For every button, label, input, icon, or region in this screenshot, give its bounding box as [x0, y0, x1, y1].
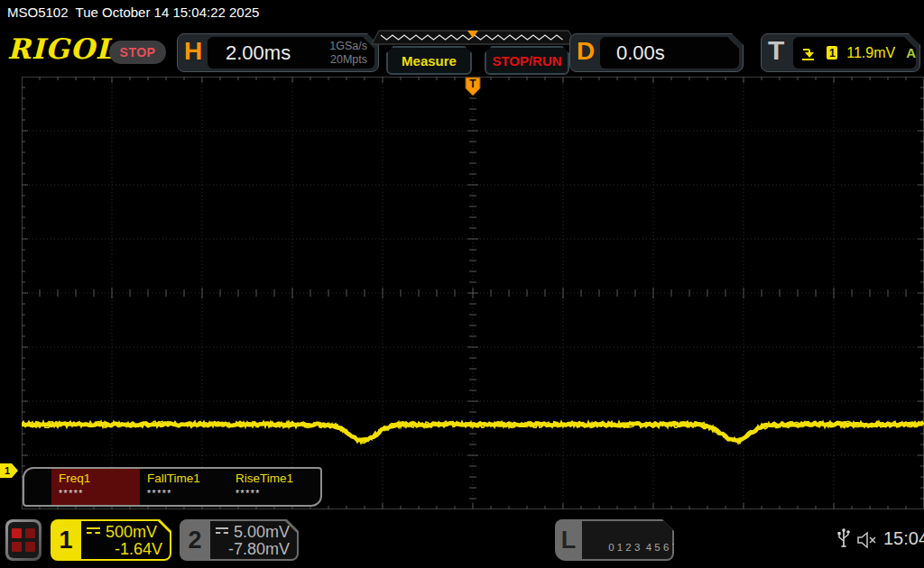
oscilloscope-screen: MSO5102 Tue October 14 15:04:22 2025 RIG… [0, 0, 924, 568]
horizontal-settings-block[interactable]: H 2.00ms 1GSa/s 20Mpts [177, 33, 379, 72]
trigger-settings-block[interactable]: T 1 11.9mV A [761, 33, 920, 72]
channel1-status-block[interactable]: 1 500mV -1.64V [51, 519, 171, 561]
measurement-value: ***** [147, 488, 228, 499]
dc-coupling-icon [216, 527, 228, 537]
measure-button[interactable]: Measure [386, 46, 472, 75]
status-clock: 15:04 [883, 528, 924, 549]
trigger-marker-letter: T [469, 78, 476, 90]
measurement-freq1[interactable]: Freq1 ***** [51, 469, 140, 505]
scope-graticule: T [22, 77, 924, 509]
channel-menu-button[interactable] [5, 519, 42, 561]
trigger-level-value: 11.9mV [846, 45, 895, 61]
measurement-risetime1[interactable]: RiseTime1 ***** [228, 469, 317, 505]
memory-position-bar [370, 30, 578, 46]
memory-depth: 20Mpts [330, 53, 367, 66]
channel2-scale: 5.00mV [234, 524, 290, 541]
usb-icon [836, 527, 851, 552]
acquisition-status-badge: STOP [109, 41, 166, 64]
horizontal-label: H [184, 37, 202, 66]
logic-analyzer-label: L [555, 519, 582, 561]
falling-edge-icon [800, 45, 814, 61]
channel1-ground-marker[interactable]: 1 [0, 463, 18, 478]
measurement-value: ***** [236, 488, 317, 499]
four-squares-icon [8, 522, 39, 558]
trigger-source-badge: 1 [827, 46, 837, 60]
timebase-value: 2.00ms [226, 41, 291, 65]
channel1-offset: -1.64V [87, 541, 162, 558]
stop-run-button[interactable]: STOP/RUN [485, 46, 569, 75]
trigger-label: T [768, 35, 784, 66]
measurement-label: Freq1 [59, 472, 140, 485]
sample-rate: 1GSa/s [329, 40, 367, 52]
channel2-offset: -7.80mV [216, 541, 290, 558]
logic-analyzer-block[interactable]: L 0 1 2 3 4 5 6 7 8 9 1011 12131415 [555, 519, 674, 561]
channel1-number: 1 [51, 519, 81, 561]
sample-rate-memdepth: 1GSa/s 20Mpts [329, 40, 367, 66]
rigol-logo: RIGOL [7, 32, 116, 65]
measurement-label: RiseTime1 [236, 472, 317, 485]
delay-settings-block[interactable]: D 0.00s [569, 33, 744, 72]
measurement-value: ***** [59, 488, 140, 499]
channel1-scale: 500mV [106, 524, 157, 541]
channel2-number: 2 [180, 519, 210, 561]
logic-channels-row1: 0 1 2 3 4 5 6 7 [608, 542, 678, 553]
delay-value: 0.00s [616, 41, 665, 65]
channel2-status-block[interactable]: 2 5.00mV -7.80mV [180, 519, 299, 561]
speaker-muted-icon [856, 530, 880, 550]
measurement-panel: Freq1 ***** FallTime1 ***** RiseTime1 **… [23, 467, 322, 507]
dc-coupling-icon [87, 527, 100, 537]
measurement-label: FallTime1 [147, 472, 228, 485]
model-and-datetime: MSO5102 Tue October 14 15:04:22 2025 [7, 5, 259, 20]
delay-label: D [577, 37, 595, 66]
measurement-falltime1[interactable]: FallTime1 ***** [140, 469, 228, 505]
logic-channel-list: 0 1 2 3 4 5 6 7 8 9 1011 12131415 [582, 521, 672, 559]
trigger-mode: A [906, 45, 916, 60]
